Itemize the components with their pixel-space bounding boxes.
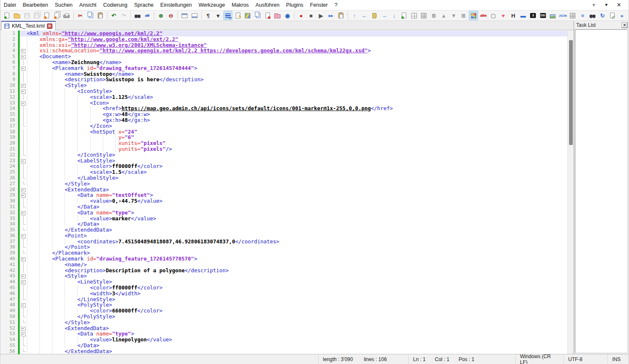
code-line[interactable]: <LabelStyle>: [20, 158, 567, 164]
code-line[interactable]: <PolyStyle>: [20, 302, 567, 308]
align-center-button[interactable]: ≡: [578, 11, 587, 20]
code-line[interactable]: </Data>: [20, 343, 567, 349]
fold-collapse-icon[interactable]: [20, 302, 27, 308]
code-line[interactable]: <description>Description of a polygone</…: [20, 268, 567, 274]
zoom-out-button[interactable]: ⊖: [166, 11, 176, 20]
close-document-button[interactable]: ✕: [613, 1, 624, 9]
color-grid-button[interactable]: [469, 11, 478, 20]
sync-scroll-vertical-button[interactable]: [180, 11, 189, 20]
find-button[interactable]: [133, 11, 142, 20]
html-tag-button[interactable]: H: [509, 11, 518, 20]
find-in-files-button[interactable]: ▢: [489, 11, 498, 20]
nav-up-button[interactable]: ↑: [350, 11, 359, 20]
code-line[interactable]: <gx:w>48</gx:w>: [20, 111, 567, 117]
macro-stop-button[interactable]: ■: [307, 11, 316, 20]
search-plugin-button[interactable]: [588, 11, 597, 20]
document-monitor-button[interactable]: ◉: [283, 11, 292, 20]
menu-ansicht[interactable]: Ansicht: [76, 0, 100, 10]
indent-guide-button[interactable]: [233, 11, 242, 20]
close-all-button[interactable]: [52, 11, 61, 20]
code-line[interactable]: </Data>: [20, 221, 567, 227]
panel-close-icon[interactable]: ✕: [621, 22, 628, 28]
favorites-button[interactable]: ♥: [499, 11, 508, 20]
code-line[interactable]: </IconStyle>: [20, 152, 567, 158]
menu-codierung[interactable]: Codierung: [100, 0, 131, 10]
code-line[interactable]: <ExtendedData>: [20, 325, 567, 331]
menu-fenster[interactable]: Fenster: [307, 0, 331, 10]
code-line[interactable]: <width>3</width>: [20, 291, 567, 297]
fold-collapse-icon[interactable]: [20, 65, 27, 71]
code-line[interactable]: <ExtendedData>: [20, 187, 567, 193]
scrollbar-thumb[interactable]: [569, 40, 573, 145]
plugin-3-button[interactable]: 3: [528, 11, 538, 20]
code-line[interactable]: </ExtendedData>: [20, 349, 567, 354]
code-line[interactable]: </ExtendedData>: [20, 227, 567, 233]
fold-collapse-icon[interactable]: [20, 54, 27, 59]
nav-down-button[interactable]: ↓: [390, 11, 399, 20]
menu-makros[interactable]: Makros: [228, 0, 252, 10]
toolbar-overflow-button[interactable]: »: [617, 11, 626, 20]
copy-button[interactable]: [86, 11, 95, 20]
menu-werkzeuge[interactable]: Werkzeuge: [195, 0, 228, 10]
code-line[interactable]: <scale>1.125</scale>: [20, 94, 567, 100]
code-area[interactable]: <kml xmlns="http://www.opengis.net/kml/2…: [20, 30, 567, 354]
macro-play-button[interactable]: ▶: [317, 11, 326, 20]
menu-sprache[interactable]: Sprache: [131, 0, 157, 10]
code-line[interactable]: xmlns:xsi="http://www.w3.org/2001/XMLSch…: [20, 42, 567, 48]
code-line[interactable]: <value>marker</value>: [20, 216, 567, 222]
fold-collapse-icon[interactable]: [20, 88, 27, 94]
code-line[interactable]: <Data name="type">: [20, 210, 567, 216]
code-line[interactable]: xunits="pixels": [20, 140, 567, 146]
sort-table-button[interactable]: [419, 11, 429, 20]
code-line[interactable]: <href>https://map.geo.admin.ch/api/icons…: [20, 106, 567, 111]
macro-save-button[interactable]: [336, 11, 346, 20]
tab-close-icon[interactable]: ✕: [47, 23, 52, 29]
code-line[interactable]: <name>Zeichnung</name>: [20, 59, 567, 65]
collapse-top-button[interactable]: ≣: [429, 11, 439, 20]
show-symbol-dropdown-button[interactable]: ▾: [213, 11, 223, 20]
fold-collapse-icon[interactable]: [20, 192, 27, 198]
tab-kml-test[interactable]: KML_Test.kml ✕: [1, 21, 56, 30]
fold-collapse-icon[interactable]: [20, 233, 27, 239]
fold-collapse-button[interactable]: ▲: [439, 11, 448, 20]
code-line[interactable]: <color>ff0000ff</color>: [20, 285, 567, 291]
code-line[interactable]: </LabelStyle>: [20, 175, 567, 181]
replace-button[interactable]: ab: [143, 11, 152, 20]
collapse-bottom-button[interactable]: ≣: [459, 11, 468, 20]
tab-list-button[interactable]: ▼: [601, 1, 612, 9]
code-line[interactable]: </Placemark>: [20, 250, 567, 256]
print-button[interactable]: [62, 11, 71, 20]
verify-doc-button[interactable]: [608, 11, 617, 20]
code-line[interactable]: <hotSpot x="24": [20, 129, 567, 135]
spell-check-button[interactable]: abc: [479, 11, 488, 20]
code-line[interactable]: <Data name="type">: [20, 331, 567, 337]
code-line[interactable]: </Style>: [20, 181, 567, 187]
refresh-button[interactable]: ↻: [598, 11, 607, 20]
cut-button[interactable]: ✂: [76, 11, 85, 20]
document-map-button[interactable]: [243, 11, 252, 20]
snippet-doc-button[interactable]: [400, 11, 409, 20]
converter-button[interactable]: [568, 11, 577, 20]
show-all-characters-button[interactable]: ¶: [203, 11, 213, 20]
code-line[interactable]: xsi:schemaLocation="http://www.opengis.n…: [20, 48, 567, 54]
code-line[interactable]: <Style>: [20, 83, 567, 88]
undo-button[interactable]: ↶: [109, 11, 118, 20]
code-line[interactable]: <kml xmlns="http://www.opengis.net/kml/2…: [20, 31, 567, 36]
fold-collapse-icon[interactable]: [20, 48, 27, 54]
code-line[interactable]: <value>linepolygon</value>: [20, 337, 567, 343]
table-view-button[interactable]: [409, 11, 418, 20]
zoom-in-button[interactable]: ⊕: [156, 11, 166, 20]
code-line[interactable]: xmlns:gx="http://www.google.com/kml/ext/…: [20, 36, 567, 42]
image-tool-button[interactable]: [548, 11, 558, 20]
code-line[interactable]: <Style>: [20, 273, 567, 279]
fold-collapse-icon[interactable]: [20, 210, 27, 216]
menu-help[interactable]: ?: [331, 0, 341, 10]
fold-collapse-icon[interactable]: [20, 100, 27, 106]
code-line[interactable]: </Style>: [20, 320, 567, 325]
code-line[interactable]: <color>660000ff</color>: [20, 308, 567, 314]
macro-record-button[interactable]: ●: [296, 11, 306, 20]
menu-ausfhren[interactable]: Ausführen: [252, 0, 283, 10]
code-line[interactable]: </Point>: [20, 244, 567, 250]
menu-bearbeiten[interactable]: Bearbeiten: [19, 0, 51, 10]
code-line[interactable]: <Document>: [20, 54, 567, 59]
